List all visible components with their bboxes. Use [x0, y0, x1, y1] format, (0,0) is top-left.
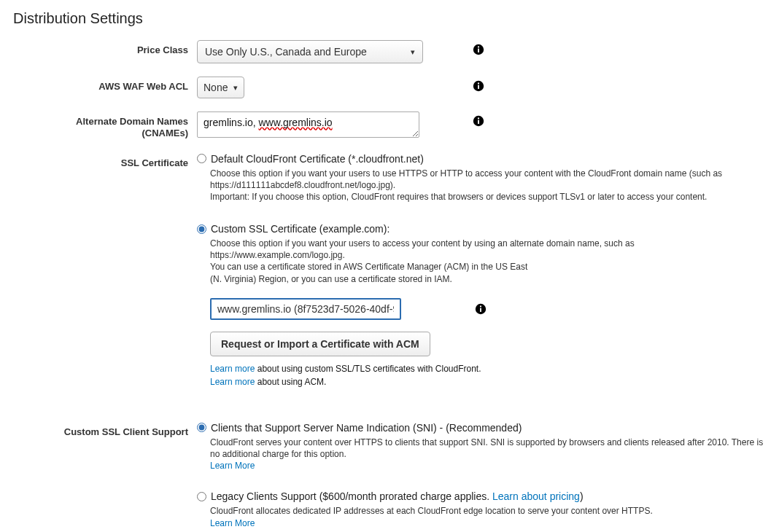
radio-sni[interactable] [197, 423, 206, 432]
sni-help: CloudFront serves your content over HTTP… [210, 437, 766, 472]
label-web-acl: AWS WAF Web ACL [13, 77, 197, 93]
cnames-textarea[interactable]: gremlins.io, www.gremlins.io [197, 112, 419, 138]
label-price-class: Price Class [13, 40, 197, 56]
label-ssl-certificate: SSL Certificate [13, 153, 197, 169]
svg-rect-1 [478, 49, 479, 52]
price-class-select[interactable]: Use Only U.S., Canada and Europe ▾ [197, 40, 423, 63]
legacy-learn-more-link[interactable]: Learn More [210, 518, 255, 528]
custom-cert-input[interactable] [210, 298, 401, 320]
radio-custom-cert-label: Custom SSL Certificate (example.com): [211, 223, 390, 235]
web-acl-selected: None [204, 82, 228, 93]
chevron-down-icon: ▾ [233, 83, 238, 93]
svg-point-8 [478, 117, 479, 119]
label-sni-support: Custom SSL Client Support [13, 422, 197, 438]
svg-point-2 [478, 46, 479, 47]
info-icon[interactable] [472, 79, 485, 93]
radio-default-cert[interactable] [197, 154, 206, 163]
row-sni-support: Custom SSL Client Support Clients that S… [13, 422, 766, 529]
custom-cert-help: Choose this option if you want your user… [210, 238, 766, 285]
info-icon[interactable] [472, 114, 485, 128]
svg-point-5 [478, 82, 479, 84]
info-icon[interactable] [474, 302, 487, 316]
info-icon[interactable] [472, 43, 485, 56]
web-acl-select[interactable]: None ▾ [197, 77, 244, 98]
legacy-help: CloudFront allocates dedicated IP addres… [210, 505, 766, 528]
svg-rect-4 [478, 85, 479, 89]
row-price-class: Price Class Use Only U.S., Canada and Eu… [13, 40, 766, 63]
row-ssl-certificate: SSL Certificate Default CloudFront Certi… [13, 153, 766, 388]
radio-custom-cert[interactable] [197, 224, 206, 234]
svg-point-11 [480, 305, 481, 307]
request-acm-cert-button[interactable]: Request or Import a Certificate with ACM [210, 332, 430, 356]
page-title: Distribution Settings [13, 10, 766, 27]
svg-rect-10 [480, 308, 481, 311]
radio-sni-label: Clients that Support Server Name Indicat… [211, 422, 522, 434]
learn-more-ssl-link[interactable]: Learn more [210, 364, 255, 374]
default-cert-help: Choose this option if you want your user… [210, 168, 766, 203]
row-cnames: Alternate Domain Names (CNAMEs) gremlins… [13, 112, 766, 140]
price-class-selected: Use Only U.S., Canada and Europe [205, 46, 367, 58]
svg-rect-7 [478, 120, 479, 124]
radio-legacy-label: Legacy Clients Support ($600/month prora… [211, 490, 584, 502]
sni-learn-more-link[interactable]: Learn More [210, 461, 255, 471]
custom-cert-learn: Learn more about using custom SSL/TLS ce… [210, 362, 766, 388]
label-cnames: Alternate Domain Names (CNAMEs) [13, 112, 197, 140]
learn-about-pricing-link[interactable]: Learn about pricing [492, 490, 580, 502]
row-web-acl: AWS WAF Web ACL None ▾ [13, 77, 766, 98]
radio-legacy[interactable] [197, 492, 206, 501]
chevron-down-icon: ▾ [411, 47, 415, 57]
radio-default-cert-label: Default CloudFront Certificate (*.cloudf… [211, 153, 424, 165]
learn-more-acm-link[interactable]: Learn more [210, 377, 255, 387]
